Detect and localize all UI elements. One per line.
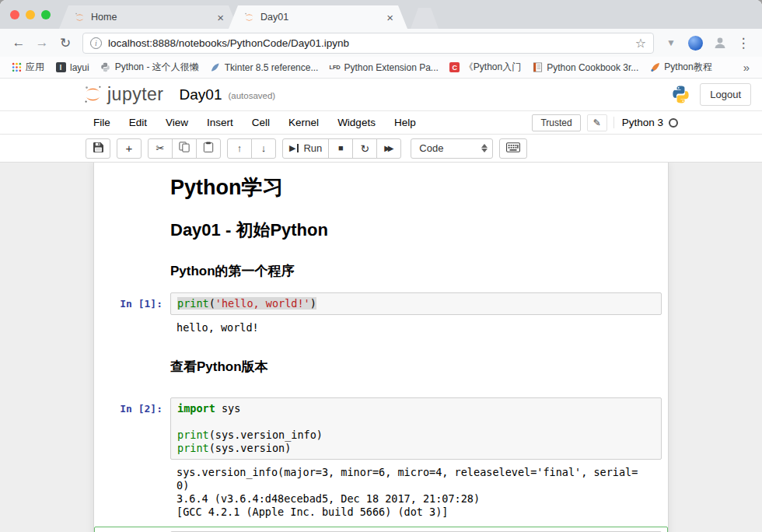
menu-cell[interactable]: Cell bbox=[243, 114, 279, 131]
download-icon[interactable]: ▼ bbox=[660, 32, 682, 54]
bookmark-python-blog[interactable]: Python - 这个人很懒 bbox=[96, 58, 204, 76]
tab-title: Day01 bbox=[260, 12, 379, 23]
bookmark-python-tutorial[interactable]: Python教程 bbox=[645, 58, 716, 76]
kernel-indicator: Python 3 bbox=[613, 117, 678, 128]
book-icon bbox=[532, 62, 543, 73]
cell-output: hello, world! bbox=[170, 318, 662, 338]
bookmark-layui[interactable]: l layui bbox=[51, 60, 94, 75]
forward-icon[interactable]: → bbox=[31, 32, 53, 54]
save-button[interactable] bbox=[86, 138, 110, 159]
bookmarks-bar: 应用 l layui Python - 这个人很懒 Tkinter 8.5 re… bbox=[0, 57, 762, 79]
chrome-menu-icon[interactable]: ⋮ bbox=[732, 32, 754, 54]
heading-first-program: Python的第一个程序 bbox=[170, 262, 662, 280]
lfd-icon: LFD bbox=[329, 62, 340, 73]
logout-button[interactable]: Logout bbox=[700, 83, 751, 106]
menu-file[interactable]: File bbox=[84, 114, 120, 131]
jupyter-favicon bbox=[73, 11, 86, 23]
feather-icon bbox=[210, 62, 221, 73]
bookmark-apps[interactable]: 应用 bbox=[6, 58, 49, 76]
jupyter-menubar: File Edit View Insert Cell Kernel Widget… bbox=[0, 111, 762, 135]
url-text[interactable]: localhost:8888/notebooks/PythonCode/Day0… bbox=[108, 37, 635, 49]
notebook-title[interactable]: Day01 bbox=[180, 86, 222, 103]
zoom-window-button[interactable] bbox=[41, 10, 51, 19]
bookmark-tkinter[interactable]: Tkinter 8.5 reference... bbox=[205, 60, 323, 75]
keyboard-icon bbox=[506, 142, 520, 155]
python-logo-icon bbox=[671, 85, 690, 104]
restart-kernel-button[interactable]: ↻ bbox=[352, 138, 377, 159]
markdown-cell-first-program[interactable]: Python的第一个程序 bbox=[94, 251, 668, 288]
code-line: print(sys.version_info) bbox=[177, 429, 655, 442]
new-tab-button[interactable] bbox=[411, 8, 439, 29]
markdown-cell-day01[interactable]: Day01 - 初始Python bbox=[94, 209, 668, 251]
kernel-name: Python 3 bbox=[622, 117, 663, 128]
heading-python-study: Python学习 bbox=[170, 173, 662, 201]
paste-cell-button[interactable] bbox=[196, 138, 221, 159]
step-forward-icon: ▶ bbox=[289, 144, 295, 152]
code-input[interactable]: import sys print(sys.version_info) print… bbox=[170, 397, 662, 460]
menu-edit[interactable]: Edit bbox=[120, 114, 156, 131]
bookmark-lfd[interactable]: LFD Python Extension Pa... bbox=[324, 60, 442, 75]
back-icon[interactable]: ← bbox=[8, 32, 30, 54]
cut-cell-button[interactable]: ✂ bbox=[148, 138, 173, 159]
markdown-cell-title[interactable]: Python学习 bbox=[94, 166, 668, 209]
copy-cell-button[interactable] bbox=[172, 138, 197, 159]
add-cell-button[interactable]: + bbox=[117, 138, 142, 159]
restart-icon: ↻ bbox=[360, 143, 369, 154]
tab-day01[interactable]: Day01 × bbox=[229, 5, 407, 29]
menu-view[interactable]: View bbox=[156, 114, 197, 131]
heading-check-version: 查看Python版本 bbox=[170, 358, 662, 376]
code-input[interactable]: print('hello, world!') bbox=[170, 292, 662, 315]
move-cell-down-button[interactable]: ↓ bbox=[251, 138, 276, 159]
menu-insert[interactable]: Insert bbox=[197, 114, 243, 131]
trusted-button[interactable]: Trusted bbox=[532, 114, 580, 131]
clipboard-icon bbox=[203, 142, 214, 155]
tab-home[interactable]: Home × bbox=[59, 5, 238, 29]
jupyter-header: jupyter Day01 (autosaved) Logout bbox=[0, 79, 762, 111]
quill-icon bbox=[649, 62, 660, 73]
site-info-icon[interactable]: i bbox=[90, 37, 102, 49]
code-line bbox=[177, 415, 655, 429]
bookmark-cookbook[interactable]: Python Cookbook 3r... bbox=[527, 60, 643, 75]
minimize-window-button[interactable] bbox=[26, 10, 35, 19]
edit-mode-pencil-icon: ✎ bbox=[587, 114, 607, 131]
profile-globe-icon[interactable] bbox=[688, 36, 703, 51]
input-prompt: In [2]: bbox=[100, 397, 170, 460]
menu-widgets[interactable]: Widgets bbox=[328, 114, 385, 131]
cell-output: sys.version_info(major=3, minor=6, micro… bbox=[170, 463, 662, 522]
scissors-icon: ✂ bbox=[156, 143, 165, 153]
notebook-container: Python学习 Day01 - 初始Python Python的第一个程序 I… bbox=[93, 163, 669, 532]
address-bar[interactable]: i localhost:8888/notebooks/PythonCode/Da… bbox=[82, 33, 654, 54]
command-palette-button[interactable] bbox=[499, 138, 527, 159]
apps-grid-icon bbox=[11, 62, 22, 73]
notebook-scroll-area[interactable]: Python学习 Day01 - 初始Python Python的第一个程序 I… bbox=[0, 163, 762, 532]
reload-icon[interactable]: ↻ bbox=[54, 32, 76, 54]
avatar-icon[interactable] bbox=[709, 32, 731, 54]
code-line: print(sys.version) bbox=[177, 442, 655, 455]
browser-window: Home × Day01 × ← → ↻ i localhost:8888/no… bbox=[0, 0, 762, 532]
jupyter-logo[interactable] bbox=[82, 84, 103, 105]
arrow-up-icon: ↑ bbox=[237, 143, 243, 153]
window-titlebar: Home × Day01 × bbox=[0, 0, 762, 29]
tab-bar: Home × Day01 × bbox=[59, 5, 439, 29]
close-tab-icon[interactable]: × bbox=[215, 12, 225, 23]
menu-help[interactable]: Help bbox=[385, 114, 425, 131]
code-cell-2[interactable]: In [2]: import sys print(sys.version_inf… bbox=[94, 393, 668, 527]
interrupt-kernel-button[interactable]: ■ bbox=[328, 138, 353, 159]
jupyter-toolbar: + ✂ ↑ ↓ ▶ Run ■ ↻ ▶▶ Code bbox=[0, 135, 762, 163]
jupyter-wordmark[interactable]: jupyter bbox=[107, 84, 164, 105]
bookmark-python-intro[interactable]: C 《Python入门 bbox=[445, 58, 526, 76]
close-tab-icon[interactable]: × bbox=[385, 12, 395, 23]
move-cell-up-button[interactable]: ↑ bbox=[227, 138, 252, 159]
layui-icon: l bbox=[55, 62, 66, 73]
bookmark-star-icon[interactable]: ☆ bbox=[635, 36, 646, 51]
cell-type-select[interactable]: Code bbox=[411, 138, 493, 159]
code-line: import sys bbox=[177, 402, 655, 415]
markdown-cell-version[interactable]: 查看Python版本 bbox=[94, 342, 668, 393]
restart-run-all-button[interactable]: ▶▶ bbox=[376, 138, 401, 159]
run-cell-button[interactable]: ▶ Run bbox=[282, 138, 329, 159]
code-cell-1[interactable]: In [1]: print('hello, world!') hello, wo… bbox=[94, 288, 668, 342]
close-window-button[interactable] bbox=[10, 10, 19, 19]
code-cell-3-selected[interactable]: In [ ]: bbox=[94, 527, 668, 532]
bookmarks-overflow-icon[interactable]: » bbox=[737, 61, 756, 74]
menu-kernel[interactable]: Kernel bbox=[279, 114, 328, 131]
